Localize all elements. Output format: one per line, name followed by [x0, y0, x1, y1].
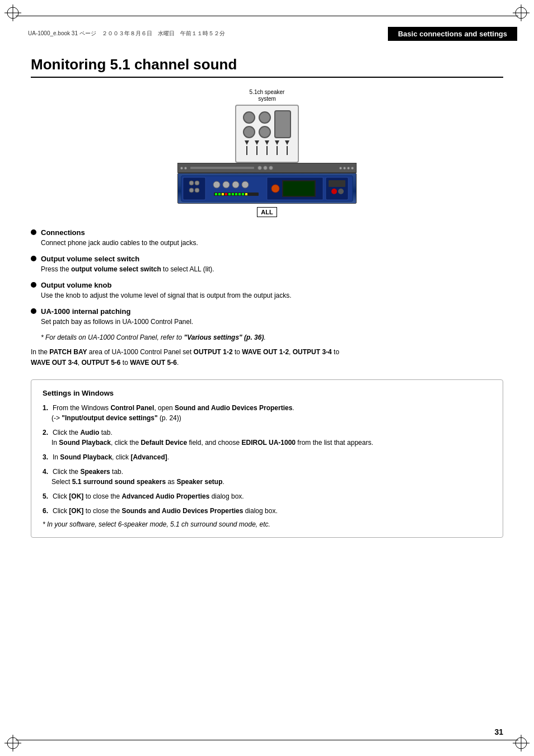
bullet-title-uap: UA-1000 internal patching: [41, 307, 130, 316]
step-2-sub: In Sound Playback, click the Default Dev…: [51, 438, 491, 448]
step-6: 6. Click [OK] to close the Sounds and Au…: [43, 506, 491, 516]
step-1-main: From the Windows Control Panel, open Sou…: [53, 403, 294, 413]
page-title: Monitoring 5.1 channel sound: [31, 56, 503, 78]
step-4-sub: Select 5.1 surround sound speakers as Sp…: [51, 477, 491, 487]
svg-rect-24: [218, 193, 221, 195]
settings-box-title: Settings in Windows: [43, 389, 491, 397]
svg-rect-36: [283, 181, 315, 196]
svg-point-18: [213, 181, 220, 188]
svg-point-17: [195, 188, 199, 192]
svg-rect-28: [232, 193, 234, 195]
knob-2: [184, 167, 187, 170]
svg-point-16: [189, 188, 194, 192]
svg-rect-29: [235, 193, 237, 195]
svg-point-39: [331, 189, 337, 194]
step-2: 2. Click the Audio tab. In Sound Playbac…: [43, 428, 491, 448]
step-6-main: Click [OK] to close the Sounds and Audio…: [53, 506, 278, 516]
svg-point-40: [338, 189, 344, 194]
page-wrapper: UA-1000_e.book 31 ページ ２００３年８月６日 水曜日 午前１１…: [0, 0, 534, 756]
svg-rect-13: [183, 177, 205, 200]
page-number: 31: [494, 727, 503, 736]
final-note: * In your software, select 6-speaker mod…: [43, 520, 491, 528]
bullet-ua1000-patching: UA-1000 internal patching Set patch bay …: [31, 307, 503, 327]
patch-bay-text: In the PATCH BAY area of UA-1000 Control…: [31, 347, 503, 368]
bullet-dot-ovs: [31, 256, 36, 261]
led-1: [339, 167, 342, 170]
italic-note: * For details on UA-1000 Control Panel, …: [41, 334, 503, 341]
all-label: ALL: [257, 207, 277, 217]
step-4-main: Click the Speakers tab.: [53, 467, 123, 477]
led-2: [343, 167, 346, 170]
svg-rect-31: [242, 193, 244, 195]
bullet-connections: Connections Connect phone jack audio cab…: [31, 228, 503, 248]
svg-rect-26: [225, 193, 227, 195]
svg-point-20: [232, 181, 239, 188]
diagram-area: 5.1ch speaker system: [31, 89, 503, 217]
svg-rect-30: [238, 193, 241, 195]
speaker-front-right: [243, 126, 255, 138]
step-5: 5. Click [OK] to close the Advanced Audi…: [43, 491, 491, 501]
step-3-num: 3.: [43, 452, 48, 462]
bullet-text-ovk: Use the knob to adjust the volume level …: [41, 290, 503, 300]
bullet-header-ovs: Output volume select switch: [31, 255, 503, 263]
step-1-num: 1.: [43, 403, 48, 413]
svg-rect-25: [222, 193, 224, 195]
speaker-system-label: 5.1ch speaker system: [177, 89, 357, 102]
step-5-num: 5.: [43, 491, 48, 501]
knob-3: [257, 166, 262, 170]
bullet-header-ovk: Output volume knob: [31, 281, 503, 289]
speaker-front-left: [243, 111, 255, 124]
settings-steps-list: 1. From the Windows Control Panel, open …: [43, 403, 491, 516]
bullet-dot-uap: [31, 308, 36, 314]
svg-point-34: [271, 185, 279, 192]
bullet-dot-ovk: [31, 282, 36, 288]
step-4: 4. Click the Speakers tab. Select 5.1 su…: [43, 467, 491, 487]
reg-mark-bl: [4, 735, 21, 752]
cable-arrows: [243, 140, 291, 155]
step-5-main: Click [OK] to close the Advanced Audio P…: [53, 491, 244, 501]
section-badge: Basic connections and settings: [388, 27, 517, 41]
step-1: 1. From the Windows Control Panel, open …: [43, 403, 491, 423]
bullet-title-ovk: Output volume knob: [41, 281, 111, 289]
step-4-num: 4.: [43, 467, 48, 477]
bullet-text-ovs: Press the output volume select switch to…: [41, 264, 503, 274]
reg-mark-br: [513, 735, 530, 752]
svg-point-19: [223, 181, 229, 188]
bullet-text-connections: Connect phone jack audio cables to the o…: [41, 238, 503, 248]
knob-1: [180, 167, 183, 170]
svg-rect-27: [228, 193, 231, 195]
step-2-num: 2.: [43, 428, 48, 438]
bullet-output-volume-knob: Output volume knob Use the knob to adjus…: [31, 281, 503, 300]
main-content: Monitoring 5.1 channel sound 5.1ch speak…: [31, 56, 503, 722]
speaker-rear-right: [259, 126, 271, 138]
bottom-border: [16, 740, 518, 740]
led-4: [351, 167, 354, 170]
speaker-center: [274, 110, 291, 138]
device-top-panel: [177, 163, 357, 173]
step-3-main: In Sound Playback, click [Advanced].: [53, 452, 169, 462]
svg-rect-38: [329, 180, 345, 187]
bullet-text-uap: Set patch bay as follows in UA-1000 Cont…: [41, 317, 503, 327]
svg-point-21: [242, 181, 249, 188]
speaker-rear-left: [259, 111, 271, 124]
svg-rect-23: [215, 193, 217, 195]
led-3: [347, 167, 350, 170]
diagram-container: 5.1ch speaker system: [177, 89, 357, 217]
file-info: UA-1000_e.book 31 ページ ２００３年８月６日 水曜日 午前１１…: [17, 30, 225, 37]
bullet-title-connections: Connections: [41, 228, 85, 237]
all-label-container: ALL: [177, 205, 357, 217]
svg-rect-32: [245, 193, 247, 195]
step-1-sub: (-> "Input/output device settings" (p. 2…: [51, 413, 491, 423]
bullet-output-volume-select: Output volume select switch Press the ou…: [31, 255, 503, 274]
svg-point-15: [195, 181, 199, 185]
device-main-body: [177, 173, 357, 204]
bullet-header-uap: UA-1000 internal patching: [31, 307, 503, 316]
speaker-system: [235, 105, 299, 163]
bullet-dot-connections: [31, 229, 36, 235]
header-area: UA-1000_e.book 31 ページ ２００３年８月６日 水曜日 午前１１…: [17, 17, 517, 50]
knob-4: [263, 166, 268, 170]
top-border: [16, 16, 518, 16]
svg-point-14: [189, 181, 194, 185]
bullet-title-ovs: Output volume select switch: [41, 255, 139, 263]
step-6-num: 6.: [43, 506, 48, 516]
